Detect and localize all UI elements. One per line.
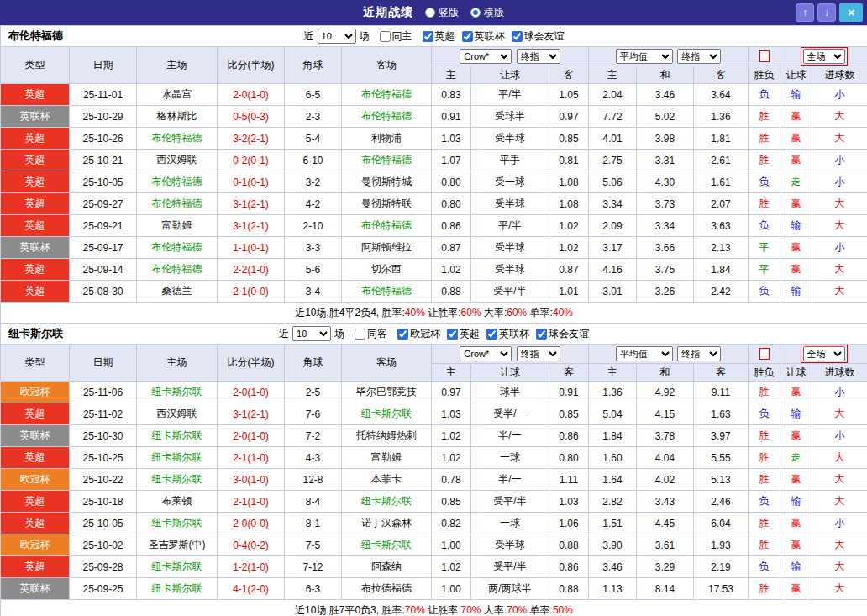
euro-avg-select[interactable]: 平均值 [616,346,673,361]
league-filter[interactable]: 英联杯 [486,327,529,341]
match-row: 欧冠杯 25-11-06 纽卡斯尔联 2-0(1-0) 2-5 毕尔巴鄂竞技 0… [1,382,867,403]
ah-away-odds: 1.02 [549,237,589,259]
col-header-ah-home: 主 [432,66,471,84]
eu-away-odds: 3.97 [694,425,749,447]
match-date: 25-10-21 [70,150,137,171]
match-date: 25-08-30 [70,281,137,303]
col-header-eu-home: 主 [589,364,637,382]
match-date: 25-10-29 [70,106,137,128]
ah-home-odds: 1.03 [432,403,471,425]
euro-stage-select[interactable]: 终指 [677,49,721,64]
ah-away-odds: 0.91 [549,382,589,403]
match-row: 英联杯 25-10-30 纽卡斯尔联 2-0(1-0) 7-2 托特纳姆热刺 1… [1,425,867,447]
result-wdl: 胜 [749,106,780,128]
eu-away-odds: 2.61 [694,150,749,171]
home-team: 富勒姆 [137,215,218,237]
league-type-badge: 英超 [1,403,70,425]
eu-home-odds: 3.01 [589,281,637,303]
result-wdl: 胜 [749,128,780,150]
euro-avg-select[interactable]: 平均值 [616,49,673,64]
eu-draw-odds: 3.31 [637,150,694,171]
result-handicap: 赢 [780,128,812,150]
scroll-up-button[interactable]: ↑ [796,3,814,22]
close-button[interactable]: × [839,3,863,22]
ah-handicap: 受一球 [471,171,549,193]
eu-away-odds: 2.07 [694,193,749,215]
same-venue-checkbox[interactable] [380,31,391,42]
league-filter[interactable]: 英联杯 [462,29,505,44]
league-filter[interactable]: 欧冠杯 [397,327,440,341]
score: 0-5(0-3) [218,106,285,128]
league-checkbox[interactable] [536,329,547,340]
layout-radio-horizontal[interactable]: 横版 [470,6,504,20]
bookmaker-select[interactable]: Crow* [460,346,512,361]
league-checkbox[interactable] [486,329,497,340]
eu-home-odds: 3.17 [589,237,637,259]
result-goals: 小 [812,382,867,403]
corners: 3-4 [285,281,342,303]
same-venue-checkbox[interactable] [355,329,365,340]
scope-select[interactable]: 全场 [803,49,845,64]
result-goals: 大 [812,447,867,469]
score: 2-0(1-0) [218,425,285,447]
col-header-ah-line: 让球 [471,66,549,84]
away-team: 纽卡斯尔联 [342,403,432,425]
ah-handicap: 受平/半 [471,281,549,303]
score: 4-1(2-0) [218,578,285,600]
eu-draw-odds: 3.29 [637,556,694,578]
league-checkbox[interactable] [462,31,473,42]
eu-draw-odds: 3.98 [637,128,694,150]
league-filter[interactable]: 球会友谊 [512,29,565,44]
scope-select[interactable]: 全场 [803,346,845,361]
corners: 2-3 [285,106,342,128]
match-count-select[interactable]: 10 [292,326,331,341]
layout-radio-vertical[interactable]: 竖版 [425,6,459,20]
match-row: 英超 25-10-05 纽卡斯尔联 2-0(0-0) 8-1 诺丁汉森林 0.8… [1,513,867,534]
euro-stage-select[interactable]: 终指 [677,346,721,361]
match-row: 英超 25-11-02 西汉姆联 3-1(2-1) 7-6 纽卡斯尔联 1.03… [1,403,867,425]
near-label: 近 [279,327,289,341]
col-header-eu-draw: 和 [637,364,694,382]
same-venue-filter[interactable]: 同客 [355,327,387,341]
ah-home-odds: 0.91 [432,106,471,128]
col-header-corner: 角球 [285,345,342,382]
panel-title: 近期战绩 [363,5,413,20]
handicap-stage-select[interactable]: 终指 [517,49,560,64]
league-filter[interactable]: 英超 [447,327,480,341]
score: 2-1(1-0) [218,491,285,513]
league-checkbox[interactable] [512,31,523,42]
match-date: 25-10-05 [70,513,137,534]
home-team: 布伦特福德 [137,171,218,193]
same-venue-filter[interactable]: 同主 [380,29,412,44]
score: 0-2(0-1) [218,150,285,171]
handicap-stage-select[interactable]: 终指 [517,346,560,361]
league-filter[interactable]: 球会友谊 [536,327,589,341]
ah-handicap: 半/一 [471,425,549,447]
league-label: 球会友谊 [549,327,589,341]
ah-home-odds: 0.82 [432,513,471,534]
radio-label-horizontal: 横版 [484,6,504,20]
bookmaker-select[interactable]: Crow* [460,49,512,64]
result-handicap: 赢 [780,469,812,491]
match-row: 英超 25-10-25 纽卡斯尔联 2-1(1-0) 4-3 富勒姆 1.02 … [1,447,867,469]
away-team: 利物浦 [342,128,432,150]
league-type-badge: 英超 [1,556,70,578]
ah-home-odds: 0.83 [432,84,471,106]
eu-away-odds: 1.63 [694,403,749,425]
league-type-badge: 英超 [1,128,70,150]
league-filter[interactable]: 英超 [423,29,455,44]
league-checkbox[interactable] [447,329,458,340]
eu-away-odds: 2.46 [694,491,749,513]
result-goals: 小 [812,84,867,106]
scroll-down-button[interactable]: ↓ [817,3,836,22]
league-checkbox[interactable] [423,31,434,42]
eu-away-odds: 5.55 [694,447,749,469]
ah-away-odds: 0.80 [549,447,589,469]
ah-away-odds: 0.86 [549,556,589,578]
team-recent-table: 纽卡斯尔联 近 10 场 同客 欧冠杯 英超 [0,323,867,616]
league-checkbox[interactable] [397,329,408,340]
match-count-select[interactable]: 10 [318,29,356,44]
match-row: 英超 25-10-21 西汉姆联 0-2(0-1) 6-10 布伦特福德 1.0… [1,150,867,171]
ah-home-odds: 0.87 [432,237,471,259]
col-header-result-goals: 进球数 [812,66,867,84]
